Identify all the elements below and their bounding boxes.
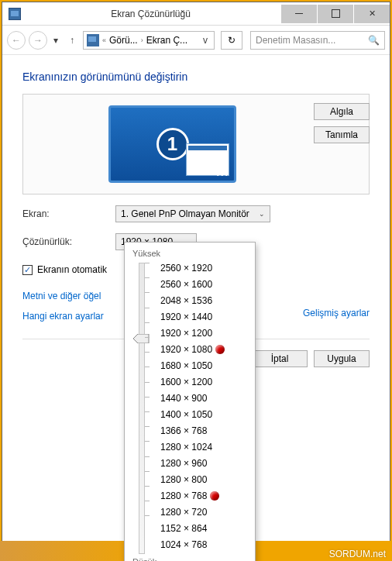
close-button[interactable] (354, 5, 390, 23)
detect-button[interactable]: Algıla (314, 103, 370, 120)
slider-tick (145, 501, 150, 501)
resolution-option[interactable]: 1280 × 720 (160, 505, 249, 520)
resolution-option-label: 1680 × 1050 (160, 360, 212, 371)
svg-marker-0 (133, 334, 149, 343)
resolution-option[interactable]: 1280 × 1024 (160, 440, 249, 455)
popup-low-label: Düşük (132, 557, 249, 562)
minimize-button[interactable] (281, 5, 317, 23)
identify-button[interactable]: Tanımla (314, 126, 370, 143)
back-button[interactable]: ← (7, 31, 26, 50)
slider-tick (145, 397, 150, 398)
slider-tick (145, 486, 150, 487)
resolution-label: Çözünürlük: (22, 236, 115, 247)
slider-tick (145, 471, 150, 472)
highlight-dot-icon (210, 491, 219, 501)
slider-tick (145, 277, 150, 278)
resolution-option[interactable]: 1024 × 768 (160, 538, 249, 552)
advanced-settings-link[interactable]: Gelişmiş ayarlar (303, 308, 370, 318)
resolution-option-label: 1440 × 900 (160, 393, 207, 404)
breadcrumb-2[interactable]: Ekran Ç... (146, 35, 187, 46)
resolution-option-label: 1152 × 864 (160, 523, 207, 534)
resolution-option-label: 2560 × 1920 (160, 263, 212, 274)
slider-tick (145, 367, 150, 367)
resolution-option[interactable]: 1280 × 768 (160, 489, 249, 504)
monitor-number: 1 (156, 128, 189, 160)
monitor-thumbnail[interactable]: 1 ••• (108, 105, 236, 183)
highlight-dot-icon (215, 345, 225, 354)
forward-button[interactable]: → (29, 31, 47, 50)
app-icon (9, 8, 21, 20)
slider-tick (145, 337, 150, 338)
refresh-button[interactable]: ↻ (221, 31, 242, 50)
resolution-option-label: 1920 × 1440 (160, 311, 212, 322)
resolution-option[interactable]: 1920 × 1080 (160, 342, 249, 357)
chevron-down-icon: ⌄ (259, 210, 265, 218)
resolution-option-label: 1280 × 960 (160, 458, 207, 469)
slider-tick (145, 322, 150, 323)
slider-tick (145, 426, 150, 427)
resolution-option-label: 1366 × 768 (160, 425, 207, 436)
resolution-option-label: 1600 × 1200 (160, 377, 212, 387)
search-icon: 🔍 (368, 35, 380, 46)
popup-high-label: Yüksek (132, 249, 249, 258)
slider-tick (145, 263, 150, 263)
monitor-menu-dots: ••• (216, 170, 229, 179)
resolution-option[interactable]: 1600 × 1200 (160, 375, 249, 390)
chevron-right-icon: « (102, 36, 106, 44)
slider-track[interactable] (139, 263, 145, 554)
address-bar[interactable]: « Görü... › Ekran Ç... v (83, 31, 215, 50)
slider-tick (145, 411, 150, 412)
resolution-option[interactable]: 1920 × 1200 (160, 326, 249, 341)
slider-tick (145, 352, 150, 353)
resolution-option-label: 1024 × 768 (160, 539, 207, 550)
address-dropdown-icon[interactable]: v (200, 35, 211, 46)
slider-tick (145, 382, 150, 383)
screen-label: Ekran: (22, 208, 115, 219)
auto-checkbox-label: Ekranın otomatik (37, 264, 107, 275)
resolution-option[interactable]: 1680 × 1050 (160, 359, 249, 373)
resolution-option-label: 1920 × 1200 (160, 328, 212, 339)
search-placeholder: Denetim Masasın... (256, 35, 335, 46)
titlebar: Ekran Çözünürlüğü (2, 2, 390, 26)
slider-thumb[interactable] (133, 334, 150, 343)
resolution-option-label: 1920 × 1080 (160, 344, 212, 355)
slider-tick (145, 456, 150, 457)
resolution-popup: Yüksek 2560 × 19202560 × 16002048 × 1536… (124, 242, 256, 561)
resolution-option[interactable]: 1440 × 900 (160, 391, 249, 406)
auto-checkbox[interactable]: ✓ (22, 265, 33, 275)
resolution-option[interactable]: 1280 × 800 (160, 473, 249, 487)
cancel-button[interactable]: İptal (252, 350, 308, 367)
slider-tick (145, 441, 150, 442)
page-heading: Ekranınızın görünümünü değiştirin (22, 71, 370, 83)
resolution-option[interactable]: 1280 × 960 (160, 456, 249, 471)
location-icon (87, 34, 99, 46)
resolution-option[interactable]: 1400 × 1050 (160, 408, 249, 422)
navbar: ← → ▾ ↑ « Görü... › Ekran Ç... v ↻ Denet… (2, 26, 390, 55)
screen-select-value: 1. Genel PnP Olmayan Monitör (121, 208, 249, 219)
screen-select[interactable]: 1. Genel PnP Olmayan Monitör ⌄ (115, 205, 270, 222)
resolution-option[interactable]: 1920 × 1440 (160, 310, 249, 325)
resolution-option[interactable]: 2560 × 1920 (160, 261, 249, 276)
maximize-button[interactable] (318, 5, 353, 23)
resolution-option-label: 1280 × 800 (160, 474, 207, 485)
slider-tick (145, 515, 150, 516)
resolution-option-label: 2560 × 1600 (160, 279, 212, 290)
history-dropdown-icon[interactable]: ▾ (50, 35, 61, 46)
apply-button[interactable]: Uygula (314, 350, 370, 367)
resolution-option[interactable]: 1366 × 768 (160, 424, 249, 439)
search-input[interactable]: Denetim Masasın... 🔍 (250, 31, 385, 50)
window-title: Ekran Çözünürlüğü (21, 9, 280, 19)
resolution-option-label: 1280 × 720 (160, 507, 207, 518)
resolution-option-label: 2048 × 1536 (160, 295, 212, 306)
resolution-option[interactable]: 2048 × 1536 (160, 294, 249, 308)
brand-watermark: SORDUM.net (329, 549, 386, 559)
resolution-option-label: 1280 × 768 (160, 490, 207, 501)
up-button[interactable]: ↑ (64, 35, 80, 46)
resolution-option-label: 1280 × 1024 (160, 442, 212, 453)
breadcrumb-1[interactable]: Görü... (109, 35, 138, 46)
slider-tick (145, 292, 150, 293)
resolution-option[interactable]: 2560 × 1600 (160, 277, 249, 292)
resolution-option[interactable]: 1152 × 864 (160, 521, 249, 536)
slider-tick (145, 308, 150, 308)
chevron-right-icon: › (141, 36, 143, 44)
